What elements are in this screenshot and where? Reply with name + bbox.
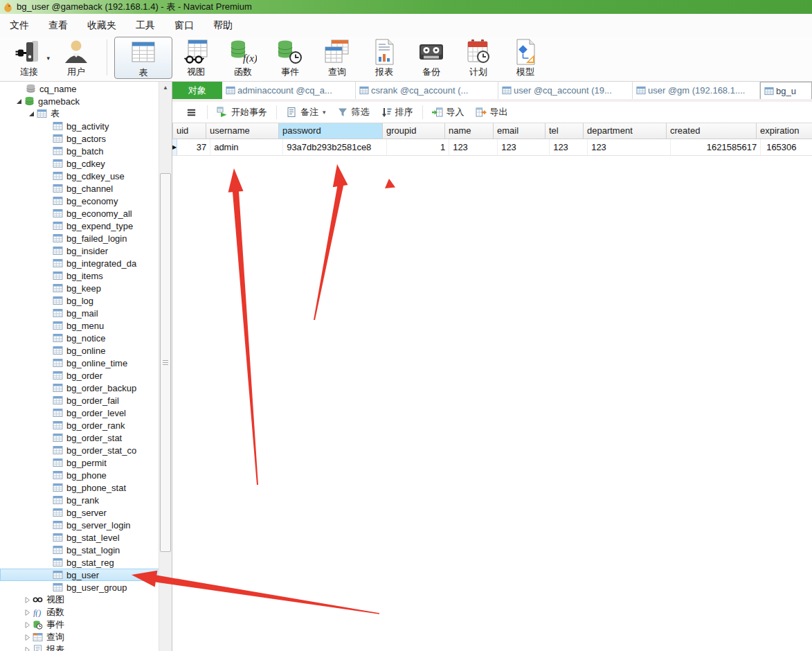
tree-item-table[interactable]: bg_order_stat xyxy=(0,431,159,444)
tree-item-table[interactable]: bg_order_level xyxy=(0,407,159,419)
toolbar-button-user[interactable]: 用户 xyxy=(53,37,100,79)
tree-item-table[interactable]: bg_user_group xyxy=(0,581,159,594)
tree-node-tables[interactable]: 表 xyxy=(0,107,159,120)
tree-item-table[interactable]: bg_keep xyxy=(0,282,159,294)
collapsed-twisty-icon[interactable] xyxy=(24,634,31,641)
menu-item[interactable]: 查看 xyxy=(39,17,78,35)
toolbar-button-events[interactable]: 事件 xyxy=(267,37,314,79)
scroll-up-button[interactable]: ▲ xyxy=(159,83,172,93)
tree-item-table[interactable]: bg_online xyxy=(0,344,159,357)
memo-button[interactable]: 备注 ▾ xyxy=(280,104,332,121)
tree-item-table[interactable]: bg_order_stat_co xyxy=(0,444,159,456)
tree-item-table[interactable]: bg_user xyxy=(0,569,159,581)
import-button[interactable]: 导入 xyxy=(426,104,470,121)
tree-item-table[interactable]: bg_order xyxy=(0,369,159,382)
sort-button[interactable]: 排序 xyxy=(375,104,419,121)
tree-node-events[interactable]: 事件 xyxy=(0,618,159,631)
scroll-thumb[interactable] xyxy=(160,173,171,552)
tree-item-table[interactable]: bg_menu xyxy=(0,319,159,332)
table-cell[interactable]: 93a7db293b2581ce8 xyxy=(283,139,387,155)
tab-objects[interactable]: 对象 xyxy=(172,82,222,99)
collapsed-twisty-icon[interactable] xyxy=(24,621,31,629)
table-cell[interactable]: 123 xyxy=(588,139,671,155)
tree-item-table[interactable]: bg_activity xyxy=(0,120,159,132)
tree-node-reports[interactable]: 报表 xyxy=(0,643,159,651)
tree-item-table[interactable]: bg_batch xyxy=(0,145,159,157)
tree-item-cq-name[interactable]: cq_name xyxy=(0,82,159,95)
column-header[interactable]: department xyxy=(584,123,667,139)
tree-item-table[interactable]: bg_stat_reg xyxy=(0,556,159,569)
menu-item[interactable]: 帮助 xyxy=(204,17,242,35)
tree-item-table[interactable]: bg_stat_level xyxy=(0,531,159,544)
column-header[interactable]: groupid xyxy=(383,123,445,139)
tree-item-table[interactable]: bg_phone_stat xyxy=(0,481,159,494)
expanded-twisty-icon[interactable] xyxy=(15,98,23,105)
tree-item-table[interactable]: bg_failed_login xyxy=(0,232,159,244)
tree-node-functions[interactable]: f() 函数 xyxy=(0,606,159,618)
table-cell[interactable]: 1621585617 xyxy=(671,139,761,155)
column-header[interactable]: tel xyxy=(545,123,584,139)
collapsed-twisty-icon[interactable] xyxy=(24,596,31,604)
tab-user-cq-account[interactable]: user @cq_account (19... xyxy=(498,82,633,99)
menu-item[interactable]: 文件 xyxy=(0,17,39,35)
tree-item-table[interactable]: bg_economy xyxy=(0,195,159,207)
tree-item-table[interactable]: bg_order_backup xyxy=(0,382,159,394)
row-selector[interactable]: ▶ xyxy=(172,139,177,155)
column-header[interactable]: name xyxy=(445,123,494,139)
table-cell[interactable]: 37 xyxy=(177,139,210,155)
tab-user-gm[interactable]: user @gm (192.168.1.... xyxy=(633,82,760,99)
tree-item-table[interactable]: bg_mail xyxy=(0,307,159,319)
toolbar-button-reports[interactable]: 报表 xyxy=(361,37,408,79)
tree-item-table[interactable]: bg_online_time xyxy=(0,357,159,369)
tree-item-table[interactable]: bg_cdkey_use xyxy=(0,170,159,182)
tree-item-table[interactable]: bg_order_fail xyxy=(0,394,159,407)
tree-item-table[interactable]: bg_integrated_da xyxy=(0,257,159,269)
tree-item-table[interactable]: bg_server xyxy=(0,506,159,519)
table-cell[interactable]: 165306 xyxy=(761,139,812,155)
tree-item-table[interactable]: bg_insider xyxy=(0,244,159,257)
table-cell[interactable]: 1 xyxy=(387,139,449,155)
tab-adminaccount[interactable]: adminaccount @cq_a... xyxy=(222,82,356,99)
toolbar-button-schedule[interactable]: 计划 xyxy=(455,37,502,79)
toolbar-button-functions[interactable]: f(x) 函数 xyxy=(219,37,267,79)
tree-item-table[interactable]: bg_items xyxy=(0,269,159,282)
collapsed-twisty-icon[interactable] xyxy=(24,609,31,616)
collapsed-twisty-icon[interactable] xyxy=(24,646,31,651)
grid-menu-button[interactable] xyxy=(181,104,204,121)
table-cell[interactable]: 123 xyxy=(550,139,588,155)
toolbar-button-tables[interactable]: 表 xyxy=(114,37,172,79)
chevron-down-icon[interactable]: ▾ xyxy=(323,109,326,116)
toolbar-button-model[interactable]: 模型 xyxy=(502,37,549,79)
table-cell[interactable]: 123 xyxy=(449,139,498,155)
column-header[interactable]: username xyxy=(206,123,279,139)
toolbar-button-queries[interactable]: 查询 xyxy=(314,37,361,79)
tree-item-table[interactable]: bg_channel xyxy=(0,182,159,195)
tab-csrank[interactable]: csrank @cq_account (... xyxy=(356,82,498,99)
menu-item[interactable]: 收藏夹 xyxy=(78,17,126,35)
column-header[interactable]: uid xyxy=(173,123,206,139)
tree-item-table[interactable]: bg_phone xyxy=(0,469,159,481)
tree-item-table[interactable]: bg_actors xyxy=(0,132,159,145)
tree-item-table[interactable]: bg_economy_all xyxy=(0,207,159,220)
filter-button[interactable]: 筛选 xyxy=(332,104,375,121)
tree-item-table[interactable]: bg_log xyxy=(0,294,159,307)
tree-item-table[interactable]: bg_stat_login xyxy=(0,544,159,556)
tree-item-table[interactable]: bg_cdkey xyxy=(0,157,159,170)
menu-item[interactable]: 窗口 xyxy=(165,17,204,35)
toolbar-button-views[interactable]: 视图 xyxy=(172,37,219,79)
tree-item-table[interactable]: bg_expend_type xyxy=(0,220,159,232)
table-cell[interactable]: admin xyxy=(210,139,283,155)
tree-item-table[interactable]: bg_rank xyxy=(0,494,159,506)
tree-item-table[interactable]: bg_server_login xyxy=(0,519,159,531)
toolbar-button-connection[interactable]: 连接 ▾ xyxy=(6,37,53,79)
tree-item-table[interactable]: bg_permit xyxy=(0,456,159,469)
chevron-down-icon[interactable]: ▾ xyxy=(46,55,50,62)
tree-node-views[interactable]: 视图 xyxy=(0,594,159,606)
tree-node-queries[interactable]: 查询 xyxy=(0,631,159,643)
expanded-twisty-icon[interactable] xyxy=(28,110,35,118)
begin-transaction-button[interactable]: 开始事务 xyxy=(211,104,273,121)
toolbar-button-backup[interactable]: 备份 xyxy=(408,37,455,79)
column-header[interactable]: email xyxy=(494,123,545,139)
export-button[interactable]: 导出 xyxy=(470,104,514,121)
sidebar-scrollbar[interactable]: ▲ xyxy=(159,82,172,651)
